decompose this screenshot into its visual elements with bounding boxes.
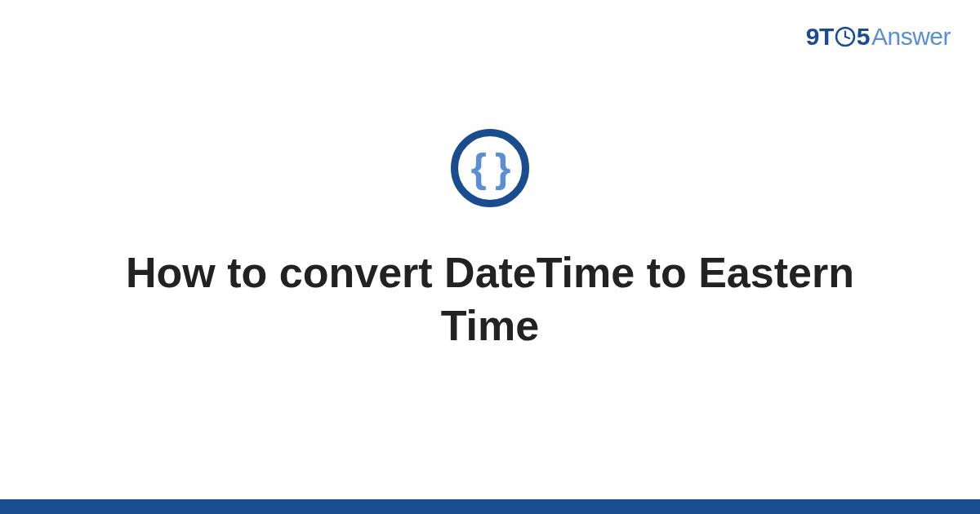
main-content: { } How to convert DateTime to Eastern T… [0, 0, 980, 514]
braces-icon: { } [471, 148, 510, 188]
footer-bar [0, 499, 980, 514]
page-title: How to convert DateTime to Eastern Time [122, 246, 858, 352]
category-icon-circle: { } [451, 129, 529, 207]
